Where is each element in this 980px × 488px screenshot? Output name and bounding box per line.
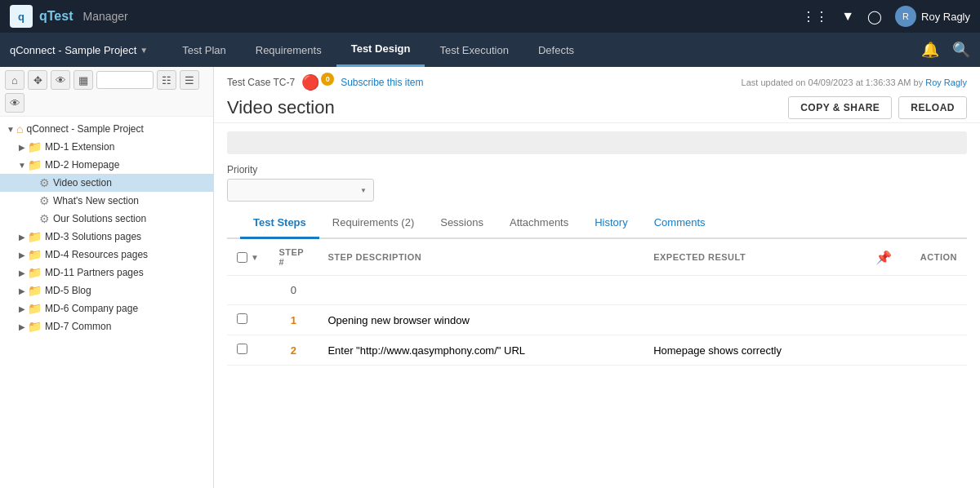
row1-description: Opening new browser window [318, 305, 644, 335]
tab-requirements[interactable]: Requirements [241, 33, 336, 67]
project-selector[interactable]: qConnect - Sample Project ▼ [10, 44, 148, 56]
copy-share-button[interactable]: COPY & SHARE [788, 96, 892, 119]
bell-icon[interactable]: 🔔 [921, 41, 939, 59]
search-icon[interactable]: 🔍 [952, 41, 970, 59]
row2-step-num: 2 [269, 335, 318, 366]
project-name: qConnect - Sample Project [10, 44, 136, 56]
tab-history[interactable]: History [581, 208, 640, 239]
folder-icon-md7: 📁 [28, 320, 42, 333]
tree-item-video[interactable]: ⚙ Video section [0, 174, 213, 192]
tree-item-md5[interactable]: ▶ 📁 MD-5 Blog [0, 282, 213, 299]
tree-label-md7: MD-7 Common [45, 321, 111, 332]
toggle-md5[interactable]: ▶ [16, 286, 28, 295]
tree-label-md11: MD-11 Partners pages [45, 267, 144, 278]
row2-checkbox[interactable] [237, 344, 247, 354]
toggle-md2[interactable]: ▼ [16, 161, 28, 170]
grid-icon[interactable]: ⋮⋮ [802, 9, 828, 24]
tree-label-md4: MD-4 Resources pages [45, 249, 148, 260]
row2-action [902, 335, 967, 366]
row0-checkbox-cell [227, 276, 269, 305]
download-icon[interactable]: ▼ [841, 9, 854, 24]
folder-icon-md1: 📁 [28, 140, 42, 153]
toggle-md4[interactable]: ▶ [16, 251, 28, 260]
content-area: Test Case TC-7 🔴 0 Subscribe this item L… [214, 67, 980, 488]
toolbar-list-btn[interactable]: ☰ [180, 70, 199, 90]
help-icon[interactable]: ◯ [867, 9, 882, 24]
tree-item-md11[interactable]: ▶ 📁 MD-11 Partners pages [0, 264, 213, 282]
col-header-checkbox: ▼ [227, 239, 269, 276]
sidebar: ⌂ ✥ 👁 ▦ ☷ ☰ 👁 ▼ ⌂ qConnect - Sample Proj… [0, 67, 214, 488]
tree-item-md4[interactable]: ▶ 📁 MD-4 Resources pages [0, 246, 213, 264]
tab-test-steps[interactable]: Test Steps [240, 208, 319, 239]
user-menu[interactable]: R Roy Ragly [895, 6, 970, 27]
tab-attachments[interactable]: Attachments [497, 208, 581, 239]
tabs-bar: Test Steps Requirements (2) Sessions Att… [227, 208, 967, 239]
title-buttons: COPY & SHARE RELOAD [788, 96, 967, 119]
toggle-md6[interactable]: ▶ [16, 304, 28, 313]
tab-test-execution[interactable]: Test Execution [425, 33, 523, 67]
username: Roy Ragly [921, 11, 970, 23]
toolbar-eye-btn[interactable]: 👁 [5, 93, 24, 113]
reload-button[interactable]: RELOAD [898, 96, 967, 119]
tree-label-root: qConnect - Sample Project [26, 123, 143, 135]
app-logo: q qTest Manager [10, 5, 128, 28]
folder-icon-md2: 📁 [28, 158, 42, 171]
tc-id: Test Case TC-7 [227, 77, 295, 88]
row1-attach [866, 305, 902, 335]
col-header-attach: 📌 [866, 239, 902, 276]
tab-comments[interactable]: Comments [641, 208, 719, 239]
row0-action [902, 276, 967, 305]
col-header-step: STEP # [269, 239, 318, 276]
tree-item-root[interactable]: ▼ ⌂ qConnect - Sample Project [0, 120, 213, 138]
folder-icon-md4: 📁 [28, 248, 42, 261]
sidebar-toolbar: ⌂ ✥ 👁 ▦ ☷ ☰ 👁 [0, 67, 213, 117]
toggle-md7[interactable]: ▶ [16, 322, 28, 331]
tree-item-md6[interactable]: ▶ 📁 MD-6 Company page [0, 299, 213, 317]
checkbox-dropdown-arrow[interactable]: ▼ [251, 253, 259, 262]
row0-result [644, 276, 865, 305]
toolbar-filter-btn[interactable]: ▦ [74, 70, 93, 90]
sidebar-search-input[interactable] [96, 71, 154, 89]
tree-label-whatsnew: What's New section [53, 195, 139, 206]
row1-checkbox-cell[interactable] [227, 305, 269, 335]
toolbar-home-btn[interactable]: ⌂ [5, 70, 24, 90]
tree-item-oursolutions[interactable]: ⚙ Our Solutions section [0, 210, 213, 228]
col-header-description: STEP DESCRIPTION [318, 239, 644, 276]
tree-label-md5: MD-5 Blog [45, 285, 91, 296]
toolbar-move-btn[interactable]: ✥ [28, 70, 47, 90]
row1-checkbox[interactable] [237, 313, 247, 324]
table-row: 2 Enter "http://www.qasymphony.com/" URL… [227, 335, 967, 366]
toolbar-add-btn[interactable]: 👁 [51, 70, 70, 90]
logo-subtitle: Manager [82, 10, 127, 23]
toggle-md11[interactable]: ▶ [16, 268, 28, 277]
tree-label-oursolutions: Our Solutions section [53, 213, 146, 224]
tab-sessions[interactable]: Sessions [427, 208, 497, 239]
row2-checkbox-cell[interactable] [227, 335, 269, 366]
tab-requirements[interactable]: Requirements (2) [319, 208, 427, 239]
last-updated-user[interactable]: Roy Ragly [925, 78, 967, 87]
home-icon: ⌂ [16, 122, 23, 135]
tree-label-md2: MD-2 Homepage [45, 159, 119, 171]
toggle-md3[interactable]: ▶ [16, 233, 28, 242]
tree-item-md7[interactable]: ▶ 📁 MD-7 Common [0, 317, 213, 335]
col-header-result: EXPECTED RESULT [644, 239, 865, 276]
tree-item-md2[interactable]: ▼ 📁 MD-2 Homepage [0, 156, 213, 174]
project-dropdown-arrow: ▼ [140, 46, 148, 55]
tab-test-plan[interactable]: Test Plan [167, 33, 240, 67]
subscribe-button[interactable]: Subscribe this item [341, 77, 423, 88]
toggle-md1[interactable]: ▶ [16, 143, 28, 152]
priority-dropdown[interactable] [227, 179, 374, 202]
tree-item-md1[interactable]: ▶ 📁 MD-1 Extension [0, 138, 213, 156]
top-bar: q qTest Manager ⋮⋮ ▼ ◯ R Roy Ragly [0, 0, 980, 33]
tab-defects[interactable]: Defects [523, 33, 589, 67]
toolbar-grid-btn[interactable]: ☷ [157, 70, 176, 90]
select-all-checkbox[interactable] [237, 252, 247, 263]
tab-test-design[interactable]: Test Design [336, 33, 425, 67]
row1-result [644, 305, 865, 335]
nav-bar: qConnect - Sample Project ▼ Test Plan Re… [0, 33, 980, 67]
toggle-root[interactable]: ▼ [5, 125, 16, 134]
subscribe-label: Subscribe this item [341, 77, 423, 88]
tree-item-whatsnew[interactable]: ⚙ What's New section [0, 192, 213, 210]
folder-icon-md6: 📁 [28, 302, 42, 315]
tree-item-md3[interactable]: ▶ 📁 MD-3 Solutions pages [0, 228, 213, 246]
